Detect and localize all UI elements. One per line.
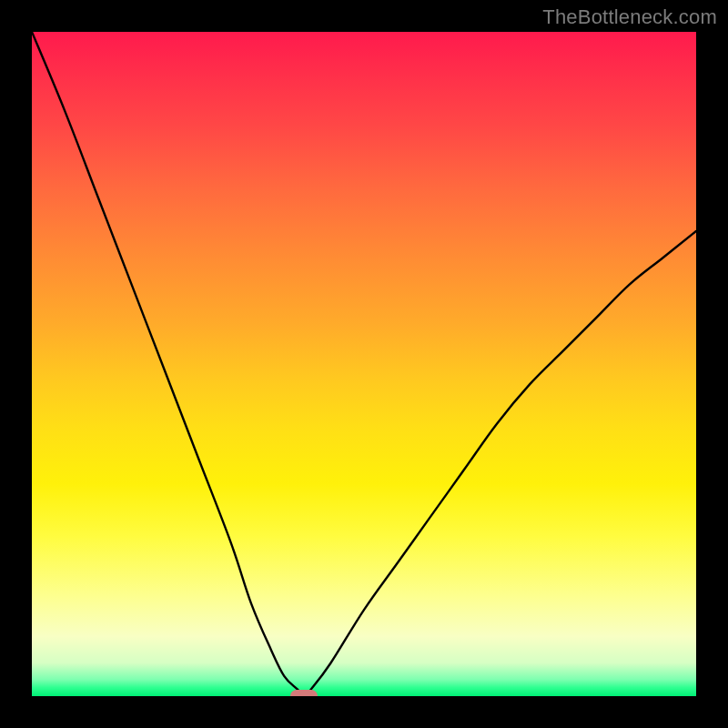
optimal-marker (290, 690, 318, 696)
curve-layer (32, 32, 696, 696)
watermark-text: TheBottleneck.com (542, 5, 717, 29)
plot-area (32, 32, 696, 696)
bottleneck-curve (32, 32, 696, 696)
chart-frame: TheBottleneck.com (0, 0, 728, 728)
